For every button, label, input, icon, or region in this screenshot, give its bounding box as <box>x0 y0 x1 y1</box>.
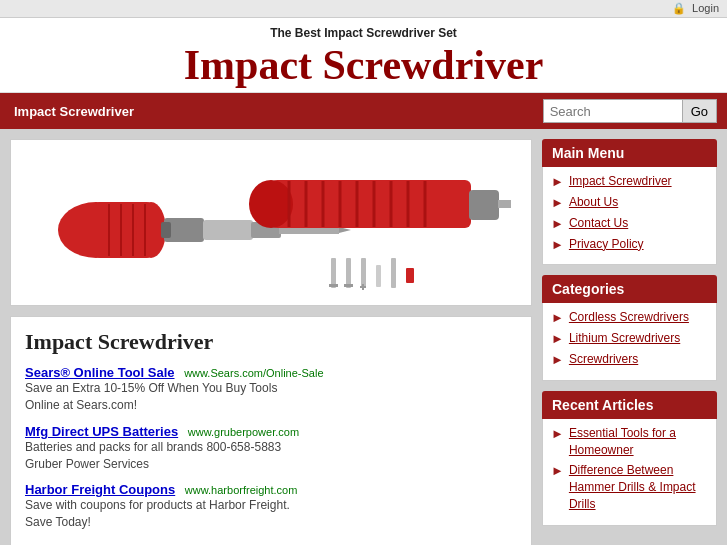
recent-articles-body: ► Essential Tools for a Homeowner ► Diff… <box>542 419 717 526</box>
sidebar-main-menu: Main Menu ► Impact Screwdriver ► About U… <box>542 139 717 265</box>
nav-right: Go <box>543 99 727 123</box>
image-box <box>10 139 532 306</box>
sidebar-item-impact-screwdriver[interactable]: ► Impact Screwdriver <box>551 173 708 190</box>
bullet-icon-8: ► <box>551 426 564 441</box>
bullet-icon-9: ► <box>551 463 564 478</box>
bullet-icon-7: ► <box>551 352 564 367</box>
ad-item-2: Mfg Direct UPS Batteries www.gruberpower… <box>25 424 517 473</box>
svg-rect-29 <box>344 284 353 287</box>
main-menu-body: ► Impact Screwdriver ► About Us ► Contac… <box>542 167 717 265</box>
ad-desc-3a: Save with coupons for products at Harbor… <box>25 497 517 514</box>
site-title: Impact Screwdriver <box>0 42 727 88</box>
categories-link-3[interactable]: Screwdrivers <box>569 351 638 368</box>
ad-desc-2a: Batteries and packs for all brands 800-6… <box>25 439 517 456</box>
sidebar-item-cordless[interactable]: ► Cordless Screwdrivers <box>551 309 708 326</box>
sidebar-item-lithium[interactable]: ► Lithium Screwdrivers <box>551 330 708 347</box>
svg-rect-8 <box>161 222 171 238</box>
svg-rect-25 <box>498 200 511 208</box>
sidebar-item-about-us[interactable]: ► About Us <box>551 194 708 211</box>
ad-url-3: www.harborfreight.com <box>185 484 298 496</box>
sidebar-item-article-2[interactable]: ► Difference Between Hammer Drills & Imp… <box>551 462 708 512</box>
nav-bar: Impact Screwdriver Go <box>0 93 727 129</box>
svg-rect-26 <box>331 258 336 288</box>
svg-point-14 <box>249 180 293 228</box>
nav-item-label: Impact Screwdriver <box>14 104 134 119</box>
main-menu-link-3[interactable]: Contact Us <box>569 215 628 232</box>
svg-rect-30 <box>361 258 366 288</box>
ad-link-1[interactable]: Sears® Online Tool Sale <box>25 365 175 380</box>
sidebar-item-contact-us[interactable]: ► Contact Us <box>551 215 708 232</box>
svg-rect-9 <box>203 220 253 240</box>
ad-link-2[interactable]: Mfg Direct UPS Batteries <box>25 424 178 439</box>
bullet-icon-6: ► <box>551 331 564 346</box>
sidebar-recent-articles: Recent Articles ► Essential Tools for a … <box>542 391 717 526</box>
search-button[interactable]: Go <box>683 99 717 123</box>
sidebar-item-privacy-policy[interactable]: ► Privacy Policy <box>551 236 708 253</box>
bullet-icon-3: ► <box>551 216 564 231</box>
categories-body: ► Cordless Screwdrivers ► Lithium Screwd… <box>542 303 717 380</box>
categories-link-2[interactable]: Lithium Screwdrivers <box>569 330 680 347</box>
ad-item-3: Harbor Freight Coupons www.harborfreight… <box>25 482 517 531</box>
svg-rect-27 <box>329 284 338 287</box>
main-menu-link-4[interactable]: Privacy Policy <box>569 236 644 253</box>
bullet-icon-1: ► <box>551 174 564 189</box>
login-link[interactable]: Login <box>692 2 719 14</box>
ad-link-3[interactable]: Harbor Freight Coupons <box>25 482 175 497</box>
nav-left[interactable]: Impact Screwdriver <box>0 93 148 129</box>
svg-rect-13 <box>271 180 471 228</box>
ad-url-1: www.Sears.com/Online-Sale <box>184 367 323 379</box>
recent-article-link-1[interactable]: Essential Tools for a Homeowner <box>569 425 708 459</box>
svg-rect-35 <box>406 268 414 283</box>
article-title: Impact Screwdriver <box>25 329 517 355</box>
bullet-icon-5: ► <box>551 310 564 325</box>
search-input[interactable] <box>543 99 683 123</box>
site-header: The Best Impact Screwdriver Set Impact S… <box>0 18 727 93</box>
left-col: Impact Screwdriver Sears® Online Tool Sa… <box>10 139 532 545</box>
main-menu-header: Main Menu <box>542 139 717 167</box>
main-menu-link-2[interactable]: About Us <box>569 194 618 211</box>
categories-header: Categories <box>542 275 717 303</box>
ad-desc-3b: Save Today! <box>25 514 517 531</box>
article-box: Impact Screwdriver Sears® Online Tool Sa… <box>10 316 532 545</box>
sidebar-item-article-1[interactable]: ► Essential Tools for a Homeowner <box>551 425 708 459</box>
bullet-icon-2: ► <box>551 195 564 210</box>
svg-rect-28 <box>346 258 351 288</box>
ad-desc-2b: Gruber Power Services <box>25 456 517 473</box>
ad-url-2: www.gruberpower.com <box>188 426 299 438</box>
main-content: Impact Screwdriver Sears® Online Tool Sa… <box>0 129 727 545</box>
sidebar-item-screwdrivers[interactable]: ► Screwdrivers <box>551 351 708 368</box>
svg-rect-33 <box>376 265 381 287</box>
bullet-icon-4: ► <box>551 237 564 252</box>
ad-desc-1a: Save an Extra 10-15% Off When You Buy To… <box>25 380 517 397</box>
ad-item: Sears® Online Tool Sale www.Sears.com/On… <box>25 365 517 414</box>
recent-article-link-2[interactable]: Difference Between Hammer Drills & Impac… <box>569 462 708 512</box>
svg-rect-34 <box>391 258 396 288</box>
top-bar: 🔒 Login <box>0 0 727 18</box>
site-tagline: The Best Impact Screwdriver Set <box>0 26 727 40</box>
screwdriver-image <box>21 150 521 295</box>
sidebar-categories: Categories ► Cordless Screwdrivers ► Lit… <box>542 275 717 380</box>
login-icon: 🔒 <box>672 2 686 14</box>
recent-articles-header: Recent Articles <box>542 391 717 419</box>
svg-rect-24 <box>469 190 499 220</box>
main-menu-link-1[interactable]: Impact Screwdriver <box>569 173 672 190</box>
ad-desc-1b: Online at Sears.com! <box>25 397 517 414</box>
categories-link-1[interactable]: Cordless Screwdrivers <box>569 309 689 326</box>
right-col: Main Menu ► Impact Screwdriver ► About U… <box>542 139 717 536</box>
